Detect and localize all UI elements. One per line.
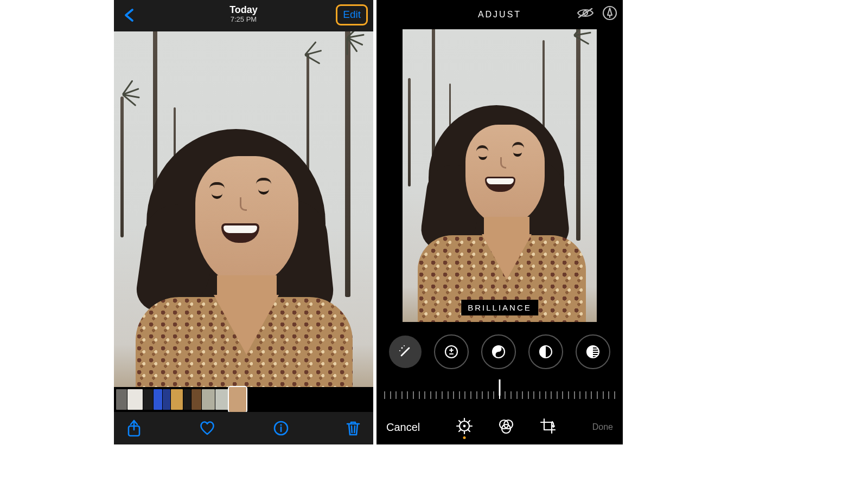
share-icon (126, 419, 142, 437)
svg-line-5 (352, 426, 352, 433)
thumbnail[interactable] (192, 389, 201, 410)
thumbnail-strip[interactable] (114, 387, 373, 412)
slider-ticks (384, 387, 615, 399)
thumbnail[interactable] (154, 389, 162, 410)
adjust-icon (456, 418, 473, 434)
wand-icon (397, 344, 413, 360)
photos-viewer-screen: Today 7:25 PM Edit (114, 0, 373, 444)
mode-filters[interactable] (497, 418, 515, 436)
svg-line-36 (459, 430, 461, 431)
svg-point-12 (401, 347, 403, 349)
svg-line-11 (401, 348, 409, 356)
done-button[interactable]: Done (592, 422, 613, 432)
crop-icon (540, 418, 556, 434)
dial-highlights[interactable] (528, 334, 563, 369)
dial-brilliance[interactable] (481, 334, 516, 369)
adjustment-slider[interactable] (384, 379, 615, 403)
active-mode-indicator (463, 436, 466, 439)
viewer-time: 7:25 PM (114, 15, 373, 23)
edit-button-label: Edit (343, 9, 361, 20)
svg-line-34 (468, 430, 470, 431)
mode-crop[interactable] (540, 418, 556, 436)
thumbnail[interactable] (171, 389, 183, 410)
markup-button[interactable] (602, 5, 617, 21)
mode-adjust[interactable] (456, 418, 473, 436)
current-adjustment-label: BRILLIANCE (461, 300, 538, 315)
favorite-button[interactable] (198, 420, 216, 436)
svg-point-28 (463, 425, 466, 428)
half-left-icon (538, 344, 554, 360)
share-button[interactable] (126, 419, 142, 437)
svg-point-3 (280, 424, 282, 425)
edit-button[interactable]: Edit (336, 4, 368, 25)
filters-icon (497, 418, 515, 434)
viewer-title: Today (114, 4, 373, 16)
adjustment-dials (376, 331, 623, 373)
thumbnail[interactable] (183, 389, 191, 410)
yin-icon (490, 344, 507, 360)
editor-title: ADJUST (478, 10, 521, 20)
eye-off-icon (576, 7, 595, 20)
half-stripes-icon (585, 344, 601, 360)
photo-preview[interactable]: BRILLIANCE (403, 29, 597, 322)
dial-auto[interactable] (389, 336, 422, 368)
viewer-topbar: Today 7:25 PM Edit (114, 0, 373, 31)
svg-line-6 (354, 426, 355, 433)
markup-icon (602, 5, 617, 21)
editor-topbar: ADJUST (376, 0, 623, 29)
thumbnail[interactable] (127, 389, 143, 410)
info-button[interactable] (273, 420, 289, 436)
editor-bottombar: Cancel Done (376, 410, 623, 444)
info-icon (273, 420, 289, 436)
pm-icon (443, 344, 459, 360)
svg-line-35 (468, 421, 470, 422)
thumbnail[interactable] (163, 389, 170, 410)
svg-line-33 (459, 421, 461, 422)
thumbnail[interactable] (229, 387, 246, 412)
trash-icon (345, 420, 361, 437)
svg-point-13 (404, 345, 405, 346)
cancel-button[interactable]: Cancel (386, 421, 420, 434)
delete-button[interactable] (345, 420, 361, 437)
thumbnail[interactable] (116, 389, 127, 410)
photo-main[interactable] (114, 31, 373, 387)
compare-toggle[interactable] (576, 7, 595, 20)
photo-editor-screen: ADJUST (376, 0, 623, 444)
thumbnail[interactable] (202, 389, 215, 410)
dial-exposure[interactable] (434, 334, 469, 369)
dial-shadows[interactable] (576, 334, 610, 369)
viewer-bottombar (114, 412, 373, 444)
thumbnail[interactable] (143, 389, 153, 410)
svg-point-14 (399, 350, 400, 351)
heart-icon (198, 420, 216, 436)
thumbnail[interactable] (215, 389, 228, 410)
